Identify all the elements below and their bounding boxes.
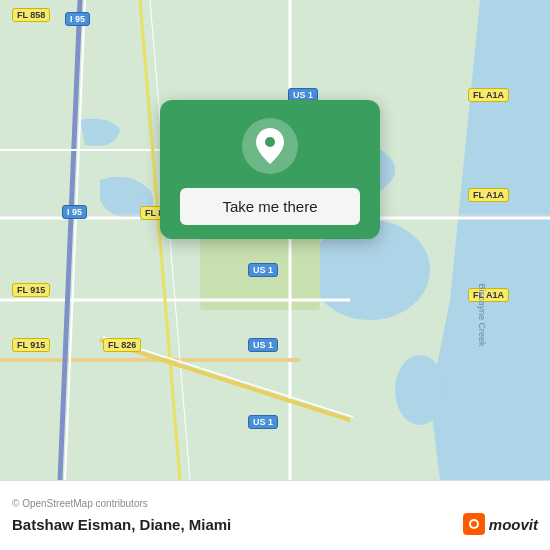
location-city-text: Miami bbox=[189, 516, 232, 533]
svg-point-14 bbox=[265, 137, 275, 147]
road-label-fl826: FL 826 bbox=[103, 338, 141, 352]
svg-point-3 bbox=[395, 355, 445, 425]
bottom-info: Batshaw Eisman, Diane, Miami moovit bbox=[12, 513, 538, 535]
take-me-there-button[interactable]: Take me there bbox=[180, 188, 360, 225]
attribution-text: © OpenStreetMap contributors bbox=[12, 498, 538, 509]
road-label-us1-mid: US 1 bbox=[248, 263, 278, 277]
road-label-us1-bot2: US 1 bbox=[248, 415, 278, 429]
location-pin-icon bbox=[254, 128, 286, 164]
map-svg bbox=[0, 0, 550, 480]
road-label-fl915-2: FL 915 bbox=[12, 338, 50, 352]
location-icon-circle bbox=[242, 118, 298, 174]
road-label-fl858: FL 858 bbox=[12, 8, 50, 22]
biscayne-creek-label: Biscayne Creek bbox=[477, 283, 487, 346]
road-label-fla1a-3: FL A1A bbox=[468, 288, 509, 302]
road-label-us1-bot: US 1 bbox=[248, 338, 278, 352]
moovit-icon bbox=[463, 513, 485, 535]
svg-point-16 bbox=[471, 521, 477, 527]
location-name: Batshaw Eisman, Diane, Miami bbox=[12, 516, 231, 533]
road-label-i95-top: I 95 bbox=[65, 12, 90, 26]
location-name-text: Batshaw Eisman, Diane bbox=[12, 516, 180, 533]
road-label-fla1a-1: FL A1A bbox=[468, 88, 509, 102]
bottom-bar: © OpenStreetMap contributors Batshaw Eis… bbox=[0, 480, 550, 550]
location-card: Take me there bbox=[160, 100, 380, 239]
moovit-logo: moovit bbox=[463, 513, 538, 535]
road-label-i95-mid: I 95 bbox=[62, 205, 87, 219]
road-label-fl915-1: FL 915 bbox=[12, 283, 50, 297]
moovit-text: moovit bbox=[489, 516, 538, 533]
map-container: I 95 FL 858 FL 860 US 1 FL A1A FL A1A FL… bbox=[0, 0, 550, 480]
road-label-fla1a-2: FL A1A bbox=[468, 188, 509, 202]
